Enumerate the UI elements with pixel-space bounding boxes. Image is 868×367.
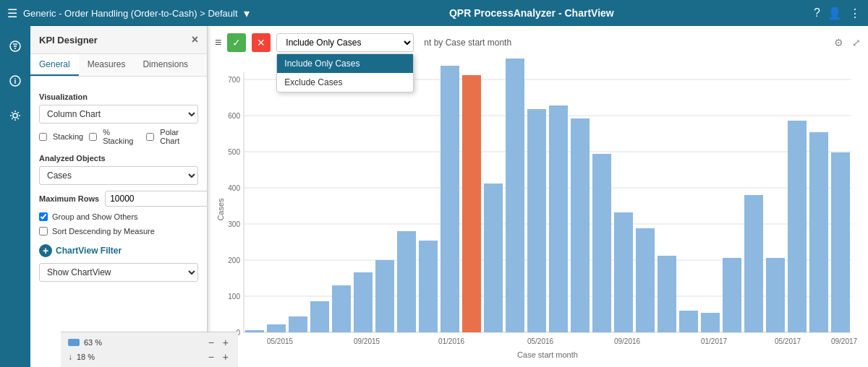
user-icon[interactable]: 👤 — [827, 7, 842, 20]
topbar-right: ? 👤 ⋮ — [814, 7, 861, 20]
hamburger-menu-icon[interactable]: ☰ — [7, 7, 17, 20]
help-icon[interactable]: ? — [814, 7, 820, 20]
dropdown-arrow-icon[interactable]: ▾ — [244, 7, 250, 20]
app-title: Generic - Order Handling (Order-to-Cash)… — [23, 8, 238, 19]
topbar-left: ☰ Generic - Order Handling (Order-to-Cas… — [7, 7, 250, 20]
topbar: ☰ Generic - Order Handling (Order-to-Cas… — [0, 0, 868, 26]
app-center-title: QPR ProcessAnalyzer - ChartView — [449, 7, 614, 19]
more-options-icon[interactable]: ⋮ — [849, 7, 861, 20]
